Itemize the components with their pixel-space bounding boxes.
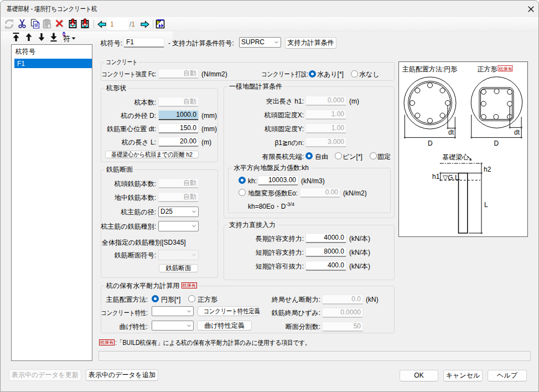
svg-text:D: D bbox=[428, 140, 433, 147]
svg-text:杭保有: 杭保有 bbox=[499, 66, 512, 71]
svg-text:h1: h1 bbox=[432, 173, 440, 180]
svg-text:▽G.L.: ▽G.L. bbox=[443, 174, 460, 182]
svg-text:主筋配置方法:円形: 主筋配置方法:円形 bbox=[402, 65, 457, 73]
svg-text:dt: dt bbox=[514, 128, 520, 136]
svg-text:L: L bbox=[484, 201, 488, 209]
svg-text:h2: h2 bbox=[484, 166, 491, 173]
svg-text:dt: dt bbox=[448, 128, 454, 136]
svg-text:基礎梁心: 基礎梁心 bbox=[442, 153, 469, 161]
svg-text:正方形: 正方形 bbox=[478, 65, 497, 73]
svg-text:D: D bbox=[494, 140, 499, 147]
